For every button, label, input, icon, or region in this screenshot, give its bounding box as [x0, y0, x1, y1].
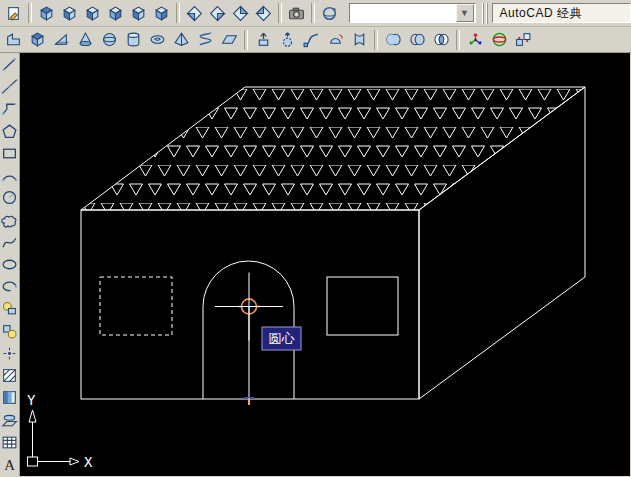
svg-text:X: X [84, 454, 93, 470]
3d-move-icon [467, 31, 484, 48]
iso-se-button[interactable] [206, 2, 229, 25]
polysolid-button[interactable] [1, 29, 25, 51]
insert-block-button[interactable] [1, 299, 19, 318]
view-toolbar: ▼ AutoCAD 经典 [0, 0, 631, 27]
arc-button[interactable] [1, 166, 19, 185]
chevron-down-icon[interactable]: ▼ [456, 4, 474, 22]
planar-surface-icon [221, 31, 238, 48]
circle-button[interactable] [1, 188, 19, 207]
torus-button[interactable] [145, 29, 169, 51]
toolbar-separator [374, 30, 378, 50]
insert-block-icon [1, 300, 18, 317]
pyramid-button[interactable] [169, 29, 193, 51]
workspace-switcher[interactable]: AutoCAD 经典 [492, 3, 631, 23]
sphere-button[interactable] [97, 29, 121, 51]
polyline-button[interactable] [1, 99, 19, 118]
orbit-icon [321, 5, 338, 22]
iso-ne-button[interactable] [229, 2, 252, 25]
view-back-icon [153, 5, 170, 22]
drawing-canvas[interactable]: Y X 圆心 [20, 53, 630, 476]
iso-sw-button[interactable] [183, 2, 206, 25]
wedge-button[interactable] [49, 29, 73, 51]
construction-line-button[interactable] [1, 77, 19, 96]
view-top-button[interactable] [35, 2, 58, 25]
camera-button[interactable] [285, 2, 308, 25]
3d-move-button[interactable] [463, 29, 487, 51]
iso-nw-button[interactable] [252, 2, 275, 25]
pyramid-icon [173, 31, 190, 48]
workspace-label: AutoCAD 经典 [500, 5, 582, 22]
ellipse-button[interactable] [1, 255, 19, 274]
view-right-button[interactable] [104, 2, 127, 25]
view-front-icon [130, 5, 147, 22]
presspull-button[interactable] [275, 29, 299, 51]
rectangle-button[interactable] [1, 144, 19, 163]
view-back-button[interactable] [150, 2, 173, 25]
loft-icon [351, 31, 368, 48]
spline-button[interactable] [1, 233, 19, 252]
make-block-button[interactable] [1, 322, 19, 341]
helix-icon [197, 31, 214, 48]
sweep-button[interactable] [299, 29, 323, 51]
loft-button[interactable] [347, 29, 371, 51]
extrude-button[interactable] [251, 29, 275, 51]
roof-hatch[interactable] [20, 53, 630, 476]
toolbar-grip[interactable] [482, 3, 489, 24]
polygon-button[interactable] [1, 122, 19, 141]
svg-text:圆心: 圆心 [269, 331, 296, 346]
revision-cloud-button[interactable] [1, 211, 19, 230]
view-dropdown-value[interactable] [350, 4, 455, 22]
gradient-button[interactable] [1, 388, 19, 407]
cone-button[interactable] [73, 29, 97, 51]
union-button[interactable] [381, 29, 405, 51]
revision-cloud-icon [1, 212, 18, 229]
cylinder-button[interactable] [121, 29, 145, 51]
3d-rotate-button[interactable] [487, 29, 511, 51]
revolve-button[interactable] [323, 29, 347, 51]
multiline-text-button[interactable]: A [1, 455, 19, 474]
iso-ne-icon [232, 5, 249, 22]
right-window[interactable] [327, 277, 398, 335]
view-bottom-icon [61, 5, 78, 22]
3d-rotate-icon [491, 31, 508, 48]
drawing-viewport[interactable]: Y X 圆心 [20, 53, 630, 476]
hatch-button[interactable] [1, 366, 19, 385]
3d-align-button[interactable] [511, 29, 535, 51]
left-window[interactable] [100, 277, 172, 335]
subtract-button[interactable] [405, 29, 429, 51]
circle-icon [1, 189, 18, 206]
view-bottom-button[interactable] [58, 2, 81, 25]
line-button[interactable] [1, 55, 19, 74]
iso-nw-icon [255, 5, 272, 22]
toolbar-separator [456, 30, 460, 50]
point-button[interactable] [1, 344, 19, 363]
region-button[interactable] [1, 411, 19, 430]
orbit-button[interactable] [318, 2, 341, 25]
view-left-icon [84, 5, 101, 22]
table-button[interactable] [1, 433, 19, 452]
iso-sw-icon [186, 5, 203, 22]
polygon-icon [1, 123, 18, 140]
view-dropdown[interactable]: ▼ [349, 3, 476, 23]
view-front-button[interactable] [127, 2, 150, 25]
named-views-button[interactable] [2, 2, 25, 25]
helix-button[interactable] [193, 29, 217, 51]
polyline-icon [1, 100, 18, 117]
sweep-icon [303, 31, 320, 48]
box-button[interactable] [25, 29, 49, 51]
cylinder-icon [125, 31, 142, 48]
planar-surface-button[interactable] [217, 29, 241, 51]
house-roof-face[interactable] [20, 53, 630, 476]
ellipse-arc-button[interactable] [1, 277, 19, 296]
wedge-icon [53, 31, 70, 48]
make-block-icon [1, 323, 18, 340]
revolve-icon [327, 31, 344, 48]
intersect-icon [433, 31, 450, 48]
view-left-button[interactable] [81, 2, 104, 25]
polysolid-icon [5, 31, 22, 48]
torus-icon [149, 31, 166, 48]
house-front-face[interactable] [81, 210, 419, 399]
intersect-button[interactable] [429, 29, 453, 51]
3d-align-icon [515, 31, 532, 48]
region-icon [1, 412, 18, 429]
